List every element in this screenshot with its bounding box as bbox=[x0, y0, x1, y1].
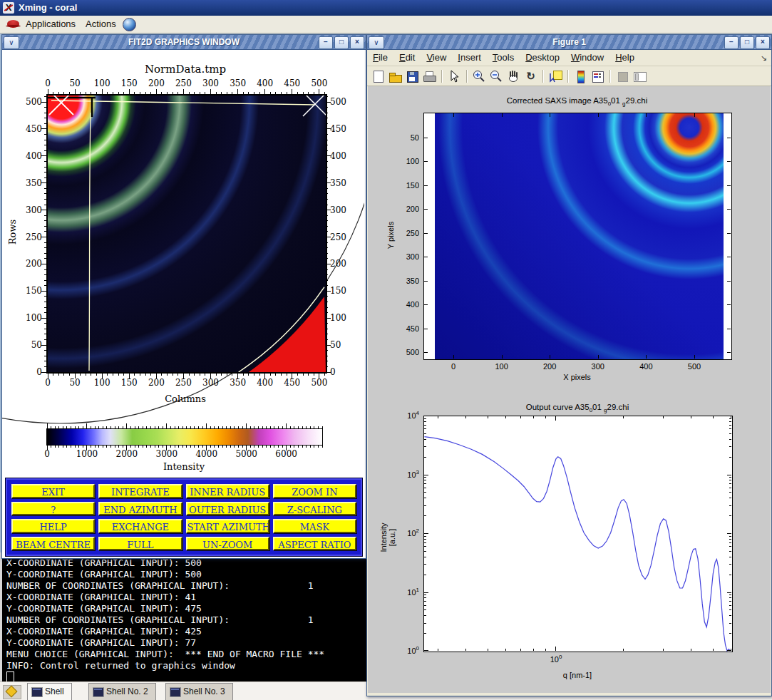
menu-actions[interactable]: Actions bbox=[86, 16, 116, 33]
axis-tick-label: 0 bbox=[16, 367, 42, 377]
figure-menu-window[interactable]: Window bbox=[571, 50, 604, 66]
pointer-icon[interactable] bbox=[447, 69, 462, 83]
taskbar-tab-shell-2[interactable]: Shell No. 2 bbox=[88, 683, 156, 700]
axis-tick bbox=[326, 285, 328, 286]
maximize-button[interactable]: □ bbox=[740, 36, 754, 49]
figure-menu-desktop[interactable]: Desktop bbox=[525, 50, 560, 66]
fit2d-button-exit[interactable]: EXIT bbox=[11, 484, 95, 498]
insert-legend-icon[interactable] bbox=[590, 69, 605, 83]
fit2d-button-aspect-ratio[interactable]: ASPECT RATIO bbox=[273, 537, 356, 551]
figure-menu-insert[interactable]: Insert bbox=[458, 50, 481, 66]
fit2d-button-integrate[interactable]: INTEGRATE bbox=[98, 484, 182, 498]
figure-menu-help[interactable]: Help bbox=[615, 50, 634, 66]
maximize-button[interactable]: □ bbox=[334, 36, 349, 49]
axis-tick bbox=[314, 374, 314, 376]
minimize-button[interactable]: − bbox=[724, 36, 738, 49]
minimize-button[interactable]: − bbox=[319, 36, 333, 49]
toolbar-separator bbox=[567, 70, 569, 83]
open-file-icon[interactable] bbox=[388, 69, 403, 83]
data-cursor-icon[interactable] bbox=[548, 69, 563, 83]
axis-tick bbox=[41, 128, 46, 129]
axis-tick bbox=[44, 253, 46, 254]
figure-menu-tools[interactable]: Tools bbox=[493, 50, 514, 66]
fit2d-button-end-azimuth[interactable]: END AZIMUTH bbox=[98, 502, 182, 516]
axis-tick bbox=[44, 134, 46, 135]
figure-menu-edit[interactable]: Edit bbox=[399, 50, 415, 66]
rotate-3d-icon[interactable]: ↻ bbox=[523, 69, 538, 83]
axis-tick-label: 400 bbox=[252, 378, 278, 388]
taskbar-tab-shell[interactable]: Shell bbox=[27, 683, 72, 700]
fit2d-button-outer-radius[interactable]: OUTER RADIUS bbox=[186, 502, 269, 516]
close-button[interactable]: × bbox=[350, 36, 364, 49]
colorbar-tick bbox=[55, 446, 56, 448]
colorbar-tick bbox=[306, 426, 307, 428]
fit2d-button-un-zoom[interactable]: UN-ZOOM bbox=[186, 537, 269, 551]
colorbar-tick bbox=[302, 446, 303, 448]
axis-tick bbox=[729, 446, 731, 447]
new-figure-icon[interactable] bbox=[371, 69, 386, 83]
fit2d-titlebar[interactable]: ∨ FIT2D GRAPHICS WINDOW − □ × bbox=[2, 35, 366, 50]
figure-menu-file[interactable]: File bbox=[373, 50, 388, 66]
hide-plot-tools-icon[interactable] bbox=[615, 69, 630, 83]
axis-tick-label: 100 bbox=[89, 378, 115, 388]
fit2d-button-exchange[interactable]: EXCHANGE bbox=[98, 519, 182, 533]
colorbar-tick bbox=[75, 446, 76, 448]
axis-tick bbox=[424, 557, 426, 557]
colorbar-tick bbox=[175, 426, 175, 428]
axis-tick bbox=[107, 92, 108, 94]
axis-tick bbox=[145, 92, 146, 94]
fit2d-button-?[interactable]: ? bbox=[11, 502, 95, 516]
colorbar-tick bbox=[230, 426, 231, 428]
axis-tick bbox=[44, 177, 46, 178]
colorbar-tick bbox=[118, 426, 119, 428]
colorbar-tick-label: 0 bbox=[31, 449, 63, 459]
figure-menu-view[interactable]: View bbox=[426, 50, 446, 66]
colorbar-tick bbox=[270, 446, 271, 448]
colorbar-tick bbox=[51, 426, 51, 428]
globe-icon[interactable] bbox=[123, 18, 136, 31]
zoom-out-icon[interactable] bbox=[489, 69, 504, 83]
axis-tick bbox=[44, 118, 46, 118]
axis-tick-label: 450 bbox=[279, 378, 305, 388]
corrected-saxs-axes[interactable] bbox=[423, 113, 732, 360]
menu-overflow-icon[interactable]: ↘ bbox=[761, 50, 767, 66]
fit2d-button-help[interactable]: HELP bbox=[11, 519, 95, 533]
fit2d-button-zoom-in[interactable]: ZOOM IN bbox=[273, 484, 356, 498]
terminal-scrollbar[interactable] bbox=[0, 552, 2, 681]
axis-tick bbox=[44, 107, 46, 108]
colorbar-tick bbox=[155, 426, 155, 428]
colorbar-tick bbox=[310, 426, 311, 428]
colorbar-tick-label: 5000 bbox=[231, 449, 262, 459]
taskbar-tab-shell-3[interactable]: Shell No. 3 bbox=[165, 683, 233, 700]
fit2d-button-full[interactable]: FULL bbox=[98, 537, 182, 551]
colorbar-tick bbox=[298, 426, 299, 428]
axis-tick bbox=[424, 492, 426, 493]
fit2d-button-start-azimuth[interactable]: START AZIMUTH bbox=[186, 519, 269, 533]
fit2d-button-beam-centre[interactable]: BEAM CENTRE bbox=[11, 537, 95, 551]
axis-tick bbox=[326, 231, 328, 232]
axis-tick bbox=[41, 291, 46, 292]
insert-colorbar-icon[interactable] bbox=[573, 69, 588, 83]
print-icon[interactable] bbox=[422, 69, 437, 83]
axis-tick bbox=[727, 416, 731, 416]
pan-hand-icon[interactable] bbox=[506, 69, 521, 83]
menu-applications[interactable]: Applications bbox=[26, 16, 76, 33]
axis-tick bbox=[505, 416, 506, 418]
axis-tick bbox=[729, 601, 731, 602]
save-icon[interactable] bbox=[405, 69, 420, 83]
fit2d-button-mask[interactable]: MASK bbox=[273, 519, 356, 533]
show-plot-tools-icon[interactable] bbox=[632, 69, 647, 83]
output-curve-axes[interactable] bbox=[423, 416, 733, 652]
fit2d-button-inner-radius[interactable]: INNER RADIUS bbox=[186, 484, 269, 498]
axis-tick bbox=[44, 226, 46, 227]
axis-tick bbox=[623, 416, 624, 418]
close-button[interactable]: × bbox=[756, 36, 770, 49]
integration-boundary-vertical bbox=[89, 113, 91, 371]
fit2d-button-z-scaling[interactable]: Z-SCALING bbox=[273, 502, 356, 516]
launcher-icon[interactable] bbox=[3, 685, 21, 699]
figure-titlebar[interactable]: ∨ Figure 1 − □ × bbox=[367, 35, 771, 50]
shell-terminal[interactable]: X-COORDINATE (GRAPHICAL INPUT): 500 Y-CO… bbox=[0, 552, 368, 681]
saxs-detector-image[interactable] bbox=[46, 94, 327, 374]
zoom-in-icon[interactable] bbox=[472, 69, 487, 83]
redhat-menu-icon[interactable] bbox=[7, 20, 19, 28]
